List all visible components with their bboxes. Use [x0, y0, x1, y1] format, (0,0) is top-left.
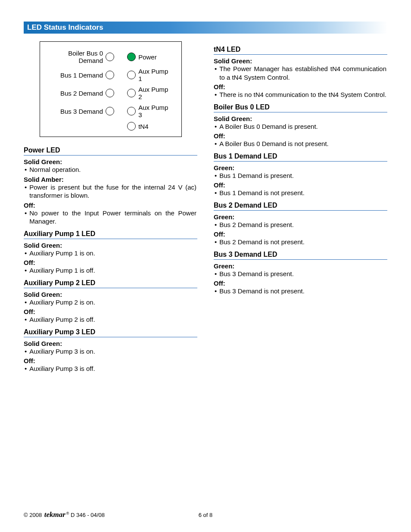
led-icon	[106, 89, 114, 97]
bullet-text: No power to the Input Power terminals on…	[28, 209, 197, 226]
state-label: Green:	[214, 262, 387, 270]
subsection-heading: Boiler Bus 0 LED	[214, 103, 387, 112]
diagram-row: Bus 2 DemandAux Pump 2	[49, 86, 173, 100]
state-label: Off:	[214, 230, 387, 238]
bullet-text: Bus 3 Demand is not present.	[218, 287, 387, 296]
state-label: Solid Green:	[214, 115, 387, 122]
bullet-text: There is no tN4 communication to the tN4…	[218, 90, 387, 99]
bullet-item: •Auxiliary Pump 2 is off.	[24, 315, 197, 324]
bullet-item: •Bus 2 Demand is present.	[214, 221, 387, 229]
state-label: Solid Green:	[214, 57, 387, 65]
bullet-text: A Boiler Bus 0 Demand is present.	[218, 122, 387, 131]
bullet-text: Bus 1 Demand is not present.	[218, 189, 387, 197]
bullet-item: •Normal operation.	[24, 165, 197, 174]
subsection-heading: Power LED	[24, 146, 197, 156]
led-icon	[127, 89, 136, 97]
subsection-heading: Auxiliary Pump 3 LED	[24, 328, 197, 337]
state-label: Off:	[214, 83, 387, 90]
bullet-item: •Auxiliary Pump 2 is on.	[24, 298, 197, 307]
bullet-text: Normal operation.	[28, 165, 197, 174]
bullet-item: •No power to the Input Power terminals o…	[24, 209, 197, 226]
bullet-item: •Bus 2 Demand is not present.	[214, 238, 387, 246]
bullet-dot: •	[214, 189, 218, 197]
diagram-row: Bus 3 DemandAux Pump 3	[49, 104, 173, 118]
led-icon	[127, 71, 136, 79]
subsection-heading: Auxiliary Pump 1 LED	[24, 230, 197, 239]
bullet-item: •Bus 3 Demand is present.	[214, 270, 387, 278]
page-number: 6 of 8	[24, 512, 387, 518]
state-label: Off:	[24, 259, 197, 266]
bullet-item: •A Boiler Bus 0 Demand is present.	[214, 122, 387, 131]
bullet-item: •There is no tN4 communication to the tN…	[214, 90, 387, 99]
diagram-left-label: Bus 3 Demand	[49, 108, 106, 115]
state-label: Solid Green:	[24, 242, 197, 249]
bullet-item: •Auxiliary Pump 1 is off.	[24, 266, 197, 275]
bullet-text: Auxiliary Pump 3 is off.	[28, 364, 197, 373]
subsection-heading: Bus 3 Demand LED	[214, 251, 387, 260]
state-label: Off:	[24, 308, 197, 315]
state-label: Green:	[214, 213, 387, 221]
state-label: Green:	[214, 164, 387, 171]
page-footer: © 2008 tekmar® D 346 - 04/08 6 of 8	[24, 510, 387, 519]
bullet-dot: •	[24, 165, 28, 174]
diagram-right-label: tN4	[136, 123, 172, 130]
bullet-dot: •	[24, 209, 28, 226]
led-icon	[127, 107, 136, 115]
subsection-heading: Bus 2 Demand LED	[214, 202, 387, 211]
section-banner: LED Status Indicators	[24, 22, 387, 34]
right-column: tN4 LEDSolid Green:•The Power Manager ha…	[214, 41, 387, 374]
bullet-text: Bus 2 Demand is present.	[218, 221, 387, 229]
bullet-dot: •	[214, 171, 218, 180]
bullet-dot: •	[214, 90, 218, 99]
bullet-dot: •	[214, 238, 218, 246]
bullet-item: •Bus 1 Demand is not present.	[214, 189, 387, 197]
bullet-item: •A Boiler Bus 0 Demand is not present.	[214, 140, 387, 148]
subsection-heading: Bus 1 Demand LED	[214, 152, 387, 162]
diagram-right-label: Aux Pump 3	[136, 104, 172, 118]
bullet-text: Auxiliary Pump 2 is off.	[28, 315, 197, 324]
subsection-heading: tN4 LED	[214, 46, 387, 55]
bullet-item: •Auxiliary Pump 3 is on.	[24, 347, 197, 356]
bullet-text: The Power Manager has established tN4 co…	[218, 65, 387, 81]
diagram-left-label: Bus 2 Demand	[49, 90, 106, 97]
state-label: Solid Amber:	[24, 176, 197, 183]
bullet-item: •Bus 1 Demand is present.	[214, 171, 387, 180]
bullet-item: •Power is present but the fuse for the i…	[24, 183, 197, 200]
bullet-dot: •	[214, 65, 218, 81]
bullet-text: Auxiliary Pump 3 is on.	[28, 347, 197, 356]
bullet-item: •Bus 3 Demand is not present.	[214, 287, 387, 296]
bullet-item: •Auxiliary Pump 3 is off.	[24, 364, 197, 373]
bullet-dot: •	[24, 315, 28, 324]
bullet-dot: •	[24, 364, 28, 373]
left-column: Boiler Bus 0 DemandPowerBus 1 DemandAux …	[24, 41, 197, 374]
state-label: Off:	[214, 280, 387, 287]
diagram-row: tN4	[49, 122, 173, 131]
diagram-right-label: Aux Pump 2	[136, 86, 172, 100]
led-icon	[106, 107, 114, 115]
state-label: Solid Green:	[24, 340, 197, 347]
bullet-dot: •	[214, 122, 218, 131]
bullet-text: Bus 2 Demand is not present.	[218, 238, 387, 246]
bullet-dot: •	[24, 183, 28, 200]
state-label: Solid Green:	[24, 291, 197, 298]
bullet-text: A Boiler Bus 0 Demand is not present.	[218, 140, 387, 148]
bullet-dot: •	[214, 221, 218, 229]
led-icon	[127, 53, 136, 61]
state-label: Off:	[24, 357, 197, 364]
diagram-row: Boiler Bus 0 DemandPower	[49, 50, 173, 64]
bullet-dot: •	[214, 287, 218, 296]
diagram-right-label: Power	[136, 53, 172, 61]
diagram-left-label: Boiler Bus 0 Demand	[49, 50, 106, 64]
led-diagram: Boiler Bus 0 DemandPowerBus 1 DemandAux …	[40, 41, 182, 137]
bullet-dot: •	[24, 266, 28, 275]
bullet-dot: •	[24, 249, 28, 258]
bullet-text: Bus 3 Demand is present.	[218, 270, 387, 278]
state-label: Off:	[214, 181, 387, 189]
bullet-item: •The Power Manager has established tN4 c…	[214, 65, 387, 81]
diagram-right-label: Aux Pump 1	[136, 68, 172, 82]
bullet-text: Power is present but the fuse for the in…	[28, 183, 197, 200]
state-label: Off:	[24, 202, 197, 209]
subsection-heading: Auxiliary Pump 2 LED	[24, 279, 197, 288]
bullet-item: •Auxiliary Pump 1 is on.	[24, 249, 197, 258]
led-icon	[127, 122, 136, 131]
